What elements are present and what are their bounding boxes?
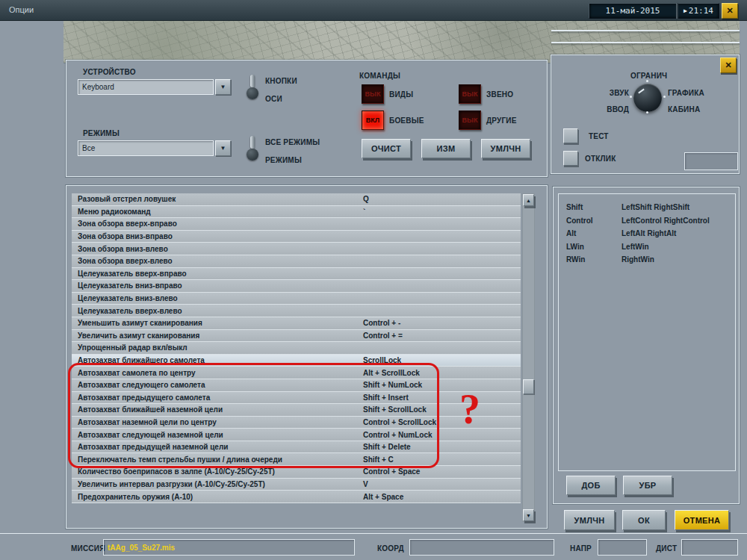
clear-button[interactable]: ОЧИСТ bbox=[362, 139, 411, 158]
scroll-up-button[interactable]: ▲ bbox=[523, 194, 534, 206]
bindings-list: Разовый отстрел ловушекQМеню радиокоманд… bbox=[72, 193, 521, 503]
all-modes-toggle[interactable] bbox=[246, 135, 259, 162]
distance-field[interactable] bbox=[681, 539, 738, 556]
test-checkbox[interactable] bbox=[563, 128, 578, 143]
coord-label: КООРД bbox=[377, 544, 404, 553]
binding-action-label: Предохранитель оружия (А-10) bbox=[72, 493, 363, 501]
binding-row[interactable]: Целеуказатель вверх-вправо bbox=[72, 268, 521, 281]
binding-action-label: Переключатель темп стрельбы пушки / длин… bbox=[72, 455, 363, 464]
command-led-other[interactable]: ВЫК bbox=[459, 111, 481, 130]
scroll-thumb[interactable] bbox=[523, 379, 534, 394]
binding-key-label: Shift + Insert bbox=[363, 393, 409, 402]
mission-value: tAAg_05_Su27.mis bbox=[108, 544, 175, 552]
panel-close-button[interactable]: ✕ bbox=[720, 57, 737, 73]
modifier-name: Shift bbox=[566, 203, 622, 211]
binding-row[interactable]: Целеуказатель вниз-вправо bbox=[72, 280, 521, 293]
binding-action-label: Количество боеприпасов в залпе (А-10/Су-… bbox=[72, 467, 363, 476]
command-led-flight[interactable]: ВЫК bbox=[459, 84, 481, 104]
binding-row[interactable]: Зона обзора вниз-влево bbox=[72, 243, 521, 255]
close-icon: ✕ bbox=[726, 6, 733, 16]
modes-combo-value: Все bbox=[82, 144, 95, 152]
modifier-row[interactable]: AltLeftAlt RightAlt bbox=[559, 227, 735, 240]
binding-row[interactable]: Разовый отстрел ловушекQ bbox=[72, 193, 521, 206]
binding-row[interactable]: Зона обзора вниз-вправо bbox=[72, 231, 521, 243]
binding-row[interactable]: Увеличить азимут сканированияControl + = bbox=[72, 330, 521, 343]
binding-row[interactable]: Автозахват следующего самолетаShift + Nu… bbox=[72, 379, 521, 392]
toggle-lever bbox=[250, 75, 255, 87]
device-combo[interactable]: Keyboard bbox=[78, 79, 214, 95]
modes-combo-button[interactable]: ▼ bbox=[215, 140, 231, 156]
scroll-down-button[interactable]: ▼ bbox=[523, 509, 534, 521]
device-label: УСТРОЙСТВО bbox=[83, 68, 136, 76]
toggle-modes-label: РЕЖИМЫ bbox=[265, 156, 302, 164]
close-button[interactable]: ✕ bbox=[722, 3, 738, 19]
knob-cockpit-label: КАБИНА bbox=[668, 105, 700, 113]
modifier-row[interactable]: LWinLeftWin bbox=[559, 240, 735, 254]
binding-row[interactable]: Автозахват ближайшего самолетаScrollLock bbox=[72, 355, 521, 367]
binding-action-label: Зона обзора вверх-вправо bbox=[72, 220, 363, 228]
binding-row[interactable]: Количество боеприпасов в залпе (А-10/Су-… bbox=[72, 466, 521, 479]
bindings-scrollbar[interactable]: ▲ ▼ bbox=[522, 193, 535, 522]
binding-row[interactable]: Зона обзора вверх-вправо bbox=[72, 218, 521, 231]
binding-action-label: Уменьшить азимут сканирования bbox=[72, 319, 363, 327]
heading-field[interactable] bbox=[598, 539, 647, 556]
modifier-keys: LeftShift RightShift bbox=[622, 203, 689, 211]
command-led-views[interactable]: ВЫК bbox=[362, 84, 384, 104]
binding-row[interactable]: Целеуказатель вниз-влево bbox=[72, 293, 521, 305]
command-label-flight: ЗВЕНО bbox=[486, 90, 513, 99]
arrow-up-icon: ▲ bbox=[526, 198, 531, 203]
limits-panel: ✕ ОГРАНИЧ ЗВУК ГРАФИКА ВВОД КАБИНА ТЕСТ … bbox=[551, 55, 740, 174]
buttons-axes-toggle[interactable] bbox=[246, 74, 259, 101]
heading-label: НАПР bbox=[570, 544, 592, 553]
modes-combo[interactable]: Все bbox=[78, 140, 214, 156]
binding-action-label: Увеличить азимут сканирования bbox=[72, 332, 363, 340]
limits-label: ОГРАНИЧ bbox=[630, 72, 667, 80]
modifier-row[interactable]: ControlLeftControl RightControl bbox=[559, 214, 735, 228]
cancel-button[interactable]: ОТМЕНА bbox=[675, 510, 729, 530]
limits-knob[interactable] bbox=[633, 84, 662, 112]
bindings-panel: Разовый отстрел ловушекQМеню радиокоманд… bbox=[66, 185, 548, 529]
binding-key-label: Control + = bbox=[363, 332, 403, 340]
edit-button[interactable]: ИЗМ bbox=[421, 139, 471, 158]
footer-default-button[interactable]: УМЛЧН bbox=[564, 510, 615, 530]
ok-button[interactable]: ОК bbox=[622, 510, 666, 530]
coord-field[interactable] bbox=[409, 539, 554, 556]
binding-row[interactable]: Переключатель темп стрельбы пушки / длин… bbox=[72, 453, 521, 466]
toggle-all-modes-label: ВСЕ РЕЖИМЫ bbox=[265, 138, 320, 146]
binding-row[interactable]: Упрощенный радар вкл/выкл bbox=[72, 342, 521, 355]
binding-row[interactable]: Автозахват предыдущего самолетаShift + I… bbox=[72, 392, 521, 405]
feedback-field[interactable] bbox=[684, 152, 738, 170]
binding-key-label: Shift + C bbox=[363, 455, 394, 464]
binding-row[interactable]: Целеуказатель вверх-влево bbox=[72, 305, 521, 317]
toggle-lever bbox=[250, 136, 255, 149]
modifier-keys: LeftControl RightControl bbox=[622, 217, 710, 225]
mission-field[interactable]: tAAg_05_Su27.mis bbox=[103, 539, 355, 556]
binding-row[interactable]: Увеличить интервал разгрузки (А-10/Су-25… bbox=[72, 479, 521, 491]
binding-row[interactable]: Автозахват следующей наземной целиContro… bbox=[72, 429, 521, 441]
separator-bar-top bbox=[551, 30, 740, 31]
binding-row[interactable]: Уменьшить азимут сканированияControl + - bbox=[72, 317, 521, 330]
command-label-combat: БОЕВЫЕ bbox=[389, 116, 424, 125]
default-button[interactable]: УМЛЧН bbox=[481, 139, 530, 158]
test-label: ТЕСТ bbox=[589, 132, 609, 140]
binding-row[interactable]: Автозахват ближайшей наземной целиShift … bbox=[72, 404, 521, 417]
feedback-checkbox[interactable] bbox=[563, 151, 578, 166]
binding-key-label: Control + NumLock bbox=[363, 431, 433, 439]
binding-row[interactable]: Автозахват самолета по центруAlt + Scrol… bbox=[72, 367, 521, 379]
modifier-row[interactable]: RWinRightWin bbox=[559, 253, 735, 267]
command-led-combat[interactable]: ВКЛ bbox=[362, 111, 384, 130]
date-display: 11-май-2015 bbox=[589, 6, 676, 16]
binding-row[interactable]: Зона обзора вверх-влево bbox=[72, 255, 521, 268]
binding-row[interactable]: Меню радиокоманд` bbox=[72, 206, 521, 219]
binding-action-label: Зона обзора вверх-влево bbox=[72, 257, 363, 265]
toggle-axes-label: ОСИ bbox=[265, 95, 282, 103]
binding-row[interactable]: Предохранитель оружия (А-10)Alt + Space bbox=[72, 491, 521, 503]
add-button[interactable]: ДОБ bbox=[566, 476, 616, 495]
binding-key-label: Shift + NumLock bbox=[363, 381, 422, 389]
device-combo-button[interactable]: ▼ bbox=[215, 79, 231, 95]
binding-row[interactable]: Автозахват предыдущей наземной целиShift… bbox=[72, 441, 521, 454]
remove-button[interactable]: УБР bbox=[623, 476, 672, 495]
modifier-row[interactable]: ShiftLeftShift RightShift bbox=[559, 201, 735, 214]
toggle-buttons-label: КНОПКИ bbox=[265, 77, 297, 85]
binding-row[interactable]: Автозахват наземной цели по центруContro… bbox=[72, 417, 521, 429]
